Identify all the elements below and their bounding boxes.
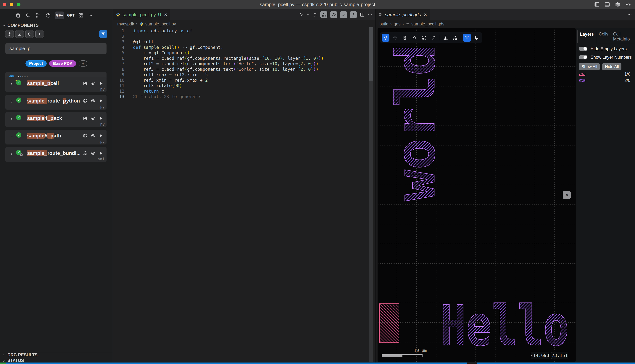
show-schematic-button[interactable]: [320, 11, 327, 18]
more-actions-button[interactable]: [368, 12, 373, 17]
split-editor-button[interactable]: [360, 12, 365, 17]
code-line-7[interactable]: 7 ref2 = c.add_ref(gf.components.text("H…: [113, 61, 371, 67]
run-options-button[interactable]: [306, 13, 310, 16]
breadcrumb-build[interactable]: build: [379, 22, 389, 26]
expand-chevron-icon[interactable]: [10, 134, 14, 138]
add-filter-button[interactable]: +: [79, 60, 87, 67]
expand-chevron-icon[interactable]: [10, 152, 14, 156]
gds-breadcrumb[interactable]: build › gds › sample_pcell.gds: [376, 20, 635, 28]
component-card[interactable]: ✓sample4_pack.py: [6, 112, 107, 127]
tab-sample-pcell-gds[interactable]: sample_pcell.gds ×: [376, 9, 430, 20]
component-card[interactable]: ✓✓sample_route_bundl....yml: [6, 147, 107, 162]
tab-sample-pcell-py[interactable]: sample_pcell.py U ×: [113, 9, 170, 20]
gds-rectangle-layer-1-0[interactable]: [379, 304, 399, 343]
code-line-9[interactable]: 9 ref1.xmax = ref2.xmin - 5: [113, 72, 371, 78]
component-card[interactable]: ✓sample5_path.py: [6, 130, 107, 144]
pan-tool-button[interactable]: [391, 34, 399, 42]
code-line-12[interactable]: 12 return c: [113, 88, 371, 94]
activity-explorer[interactable]: [15, 12, 21, 18]
drc-results-section[interactable]: DRC RESULTS: [0, 352, 113, 358]
filter-pill-project[interactable]: Project: [26, 60, 47, 67]
run-button[interactable]: [99, 133, 104, 138]
activity-source-control[interactable]: [35, 12, 41, 18]
toggle-sidebar-button[interactable]: [594, 2, 600, 7]
toggle-switch[interactable]: [579, 55, 587, 60]
editor-scrollbar[interactable]: [369, 27, 373, 362]
scrollbar-thumb[interactable]: [369, 27, 373, 81]
edit-button[interactable]: [83, 98, 88, 103]
3d-view-button[interactable]: [615, 2, 620, 7]
breadcrumb-folder[interactable]: mycspdk: [117, 22, 134, 26]
deploy-button[interactable]: [350, 11, 357, 18]
editor-breadcrumb[interactable]: mycspdk › sample_pcell.py: [113, 20, 376, 28]
breadcrumb-file[interactable]: sample_pcell.gds: [411, 22, 444, 26]
preview-layout-button[interactable]: [330, 11, 337, 18]
component-name[interactable]: sample_route_python: [27, 98, 80, 104]
layer-row-2-0[interactable]: 2/0: [579, 78, 630, 83]
toggle-panel-button[interactable]: [604, 2, 610, 7]
breadcrumb-gds[interactable]: gds: [394, 22, 401, 26]
preview-button[interactable]: [91, 81, 96, 86]
run-button[interactable]: [99, 116, 104, 121]
filter-pill-base-pdk[interactable]: Base PDK: [49, 60, 76, 67]
run-checks-button[interactable]: [340, 11, 347, 18]
run-all-button[interactable]: [35, 30, 44, 38]
zoom-window-button[interactable]: [17, 2, 21, 6]
minimize-window-button[interactable]: [10, 2, 13, 6]
gds-canvas[interactable]: world Hello T 10 μm -14.693 73.151 >: [378, 28, 576, 362]
component-name[interactable]: sample_route_bundl...: [27, 150, 81, 156]
component-name[interactable]: sample_pcell: [27, 80, 59, 86]
toggle-switch[interactable]: [579, 46, 587, 51]
remote-indicator[interactable]: [0, 362, 6, 364]
code-line-8[interactable]: 8 ref3 = c.add_ref(gf.components.text("w…: [113, 67, 371, 72]
gds-text-hello[interactable]: Hello: [440, 294, 569, 358]
hierarchy-filled-button[interactable]: [451, 34, 459, 42]
fit-view-button[interactable]: [420, 34, 428, 42]
reload-layout-button[interactable]: [430, 34, 438, 42]
expand-chevron-icon[interactable]: [10, 117, 14, 121]
code-line-5[interactable]: 5 c = gf.Component(): [113, 50, 371, 56]
code-line-13[interactable]: 13⌘L to chat, ⌘K to generate: [113, 94, 371, 100]
activity-gdsfactory-plus[interactable]: GF+: [55, 12, 64, 19]
activity-search[interactable]: [25, 12, 31, 18]
layers-tab-cell-metainfo[interactable]: Cell MetaInfo: [611, 30, 634, 43]
component-card[interactable]: ✓sample_route_python.py: [6, 95, 107, 110]
layer-row-1-0[interactable]: 1/0: [579, 72, 630, 76]
code-line-3[interactable]: 3@gf.cell: [113, 39, 371, 45]
run-button[interactable]: [99, 98, 104, 103]
layers-tab-cells[interactable]: Cells: [596, 30, 611, 43]
code-line-4[interactable]: 4def sample_pcell() -> gf.Component:: [113, 45, 371, 50]
more-actions-button[interactable]: [627, 12, 632, 17]
preview-button[interactable]: [91, 151, 96, 156]
preview-button[interactable]: [91, 133, 96, 138]
settings-button[interactable]: [625, 2, 631, 7]
close-window-button[interactable]: [3, 2, 6, 6]
code-editor[interactable]: 1import gdsfactory as gf23@gf.cell4def s…: [113, 28, 371, 100]
select-tool-button[interactable]: [382, 34, 390, 42]
component-search-input[interactable]: sample_p: [6, 43, 107, 54]
hide-all-button[interactable]: Hide All: [602, 63, 621, 70]
sync-view-button[interactable]: [312, 12, 317, 17]
edit-button[interactable]: [83, 81, 88, 86]
new-folder-button[interactable]: [15, 30, 24, 38]
layers-tab-layers[interactable]: Layers: [577, 30, 596, 43]
activity-package-view[interactable]: [45, 12, 51, 18]
component-name[interactable]: sample5_path: [27, 133, 61, 139]
activity-gpt[interactable]: GPT: [68, 12, 74, 18]
show-all-button[interactable]: Show All: [579, 63, 600, 70]
activity-extensions[interactable]: [78, 12, 84, 18]
component-name[interactable]: sample4_pack: [27, 116, 62, 121]
preview-button[interactable]: [91, 98, 96, 103]
component-settings-button[interactable]: [5, 30, 14, 38]
breadcrumb-file[interactable]: sample_pcell.py: [145, 22, 176, 26]
filter-button[interactable]: [99, 30, 107, 38]
components-section-header[interactable]: COMPONENTS: [2, 23, 39, 28]
close-tab-button[interactable]: ×: [164, 12, 167, 18]
measure-tool-button[interactable]: [401, 34, 409, 42]
component-card[interactable]: ✓★sample_pcell.py: [6, 77, 107, 92]
edit-button[interactable]: [83, 133, 88, 138]
run-button[interactable]: [99, 151, 104, 156]
close-tab-button[interactable]: ×: [424, 12, 427, 18]
run-file-button[interactable]: [298, 12, 303, 17]
activity-more-views[interactable]: [88, 12, 94, 18]
